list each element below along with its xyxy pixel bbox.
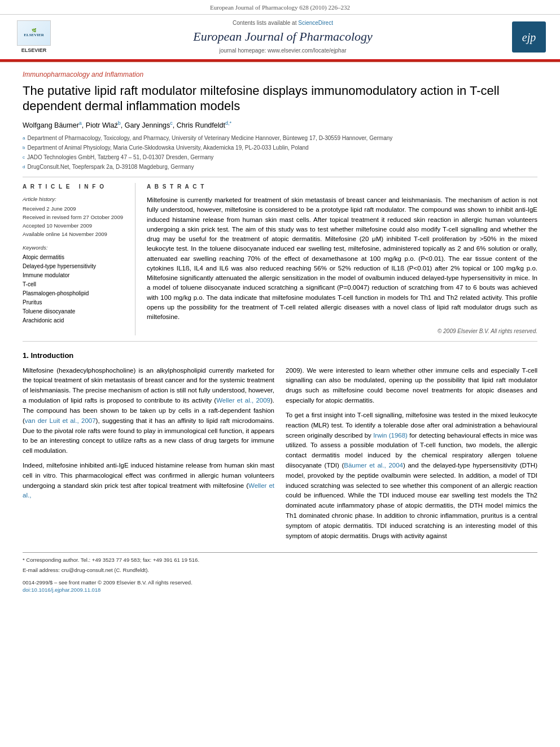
intro-col-right: 2009). We were interested to learn wheth… [286,366,537,541]
section-label: Immunopharmacology and Inflammation [23,70,537,80]
intro-title: 1. Introduction [23,351,537,361]
article-dates: Received 2 June 2009 Received in revised… [23,204,126,239]
keyword-list: Atopic dermatitis Delayed-type hypersens… [23,253,126,325]
affil-2: b Department of Animal Physiology, Maria… [23,143,537,152]
copyright-line: © 2009 Elsevier B.V. All rights reserved… [147,327,537,335]
article-info-col: A R T I C L E I N F O Article history: R… [23,183,135,335]
intro-para-2: Indeed, miltefosine inhibited anti-IgE i… [23,461,274,501]
elsevier-logo-box: 🌿ELSEVIER [17,20,51,46]
article-title: The putative lipid raft modulator miltef… [23,83,537,114]
intro-para-3: 2009). We were interested to learn wheth… [286,366,537,406]
intro-two-col: Miltefosine (hexadecylphosphocholine) is… [23,366,537,541]
abstract-col: A B S T R A C T Miltefosine is currently… [147,183,537,335]
abstract-title: A B S T R A C T [147,183,537,191]
elsevier-logo-area: 🌿ELSEVIER ELSEVIER [11,20,56,54]
abstract-text: Miltefosine is currently marketed for tr… [147,195,537,322]
affiliations: a Department of Pharmacology, Toxicology… [23,134,537,171]
intro-para-1: Miltefosine (hexadecylphosphocholine) is… [23,366,274,456]
author-4: Chris Rundfeldt [177,121,225,129]
author-3: Gary Jennings [125,121,170,129]
ejp-logo-area: ejp [509,21,549,53]
keyword-6: Pruritus [23,298,126,307]
author-2: Piotr Wlaź [86,121,118,129]
doi-line: doi:10.1016/j.ejphar.2009.11.018 [23,586,537,593]
keyword-1: Atopic dermatitis [23,253,126,262]
divider-2 [23,341,537,342]
keywords-block: Keywords: Atopic dermatitis Delayed-type… [23,244,126,325]
keyword-8: Arachidonic acid [23,316,126,325]
footer-email: E-mail address: cru@drug-consult.net (C.… [23,566,537,574]
intro-para-4: To get a first insight into T-cell signa… [286,410,537,541]
intro-col-left: Miltefosine (hexadecylphosphocholine) is… [23,366,274,541]
journal-homepage: journal homepage: www.elsevier.com/locat… [56,47,509,55]
divider-1 [23,177,537,177]
journal-header: 🌿ELSEVIER ELSEVIER Contents lists availa… [0,15,560,60]
ref-weller-2[interactable]: Weller et al., [23,482,274,499]
contents-line: Contents lists available at ScienceDirec… [56,19,509,27]
ref-weller-2009[interactable]: Weller et al., 2009 [216,397,270,404]
ref-irwin[interactable]: Irwin (1968) [373,432,408,439]
ref-van-der-luit[interactable]: van der Luit et al., 2007 [25,417,96,424]
keyword-3: Immune modulator [23,271,126,280]
keyword-5: Plasmalogen-phospholipid [23,289,126,298]
authors-line: Wolfgang Bäumera, Piotr Wlaźb, Gary Jenn… [23,120,537,131]
ref-baumer-2004[interactable]: Bäumer et al., 2004 [344,462,403,469]
article-history-block: Article history: Received 2 June 2009 Re… [23,195,126,238]
top-bar: European Journal of Pharmacology 628 (20… [0,0,560,15]
journal-main-title: European Journal of Pharmacology [56,29,509,44]
affil-1: a Department of Pharmacology, Toxicology… [23,134,537,142]
elsevier-label: ELSEVIER [21,47,47,54]
article-info-title: A R T I C L E I N F O [23,183,126,191]
affil-4: d DrugConsult.Net, Toepferspark 2a, D-39… [23,163,537,171]
ejp-logo-box: ejp [512,21,546,53]
journal-title-center: Contents lists available at ScienceDirec… [56,19,509,54]
keywords-label: Keywords: [23,244,126,251]
affil-3: c JADO Technologies GmbH, Tatzberg 47 – … [23,153,537,161]
footer-note-1: * Corresponding author. Tel.: +49 3523 7… [23,556,537,564]
issn-line: 0014-2999/$ – see front matter © 2009 El… [23,579,537,586]
sciencedirect-link[interactable]: ScienceDirect [298,20,333,26]
keyword-4: T-cell [23,280,126,289]
journal-citation: European Journal of Pharmacology 628 (20… [210,4,350,11]
info-abstract-cols: A R T I C L E I N F O Article history: R… [23,183,537,335]
keyword-2: Delayed-type hypersensitivity [23,262,126,271]
article-body: Immunopharmacology and Inflammation The … [0,62,560,605]
keyword-7: Toluene diisocyanate [23,307,126,316]
footer-divider [23,552,537,553]
page-container: European Journal of Pharmacology 628 (20… [0,0,560,605]
author-1: Wolfgang Bäumer [23,121,79,129]
history-label: Article history: [23,195,126,203]
intro-section: 1. Introduction Miltefosine (hexadecylph… [23,351,537,541]
